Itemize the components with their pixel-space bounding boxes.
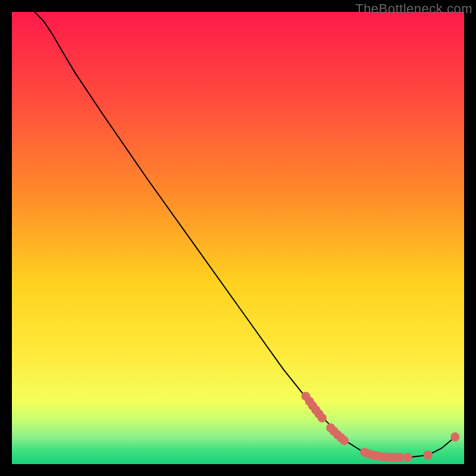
- chart-root: TheBottleneck.com: [0, 0, 476, 476]
- curve-marker: [424, 450, 433, 459]
- watermark-text: TheBottleneck.com: [355, 1, 472, 17]
- curve-marker: [450, 433, 459, 441]
- curve-marker: [318, 414, 327, 422]
- chart-svg: [12, 12, 464, 464]
- curve-marker: [340, 436, 349, 445]
- plot-area: [12, 12, 464, 464]
- curve-marker: [403, 453, 412, 462]
